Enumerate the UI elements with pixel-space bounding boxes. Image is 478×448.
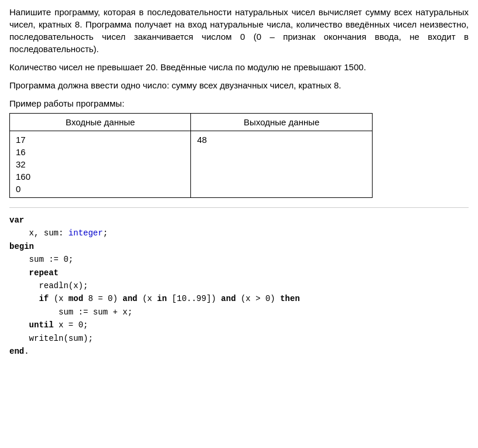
description-paragraph-1: Напишите программу, которая в последоват… — [9, 6, 469, 55]
table-cell-input: 17 16 32 160 0 — [10, 131, 191, 198]
code-line-10: writeln(sum); — [9, 332, 469, 345]
code-line-1: var — [9, 214, 469, 227]
table-row: 17 16 32 160 0 48 — [10, 131, 373, 198]
code-line-9: until x = 0; — [9, 319, 469, 331]
code-line-11: end. — [9, 345, 469, 358]
code-block: var x, sum: integer; begin sum := 0; rep… — [9, 214, 469, 358]
section-divider — [9, 207, 469, 208]
table-cell-output: 48 — [191, 131, 373, 198]
code-line-5: repeat — [9, 266, 469, 279]
description-paragraph-2: Количество чисел не превышает 20. Введён… — [9, 61, 469, 73]
code-line-4: sum := 0; — [9, 253, 469, 266]
code-line-2: x, sum: integer; — [9, 227, 469, 240]
example-table: Входные данные Выходные данные 17 16 32 … — [9, 113, 373, 198]
code-line-6: readln(x); — [9, 279, 469, 292]
code-line-8: sum := sum + x; — [9, 306, 469, 319]
description-paragraph-3: Программа должна ввести одно число: сумм… — [9, 79, 469, 91]
code-line-3: begin — [9, 240, 469, 253]
table-header-input: Входные данные — [10, 114, 191, 131]
code-line-7: if (x mod 8 = 0) and (x in [10..99]) and… — [9, 292, 469, 305]
table-header-output: Выходные данные — [191, 114, 373, 131]
example-label: Пример работы программы: — [9, 97, 469, 110]
